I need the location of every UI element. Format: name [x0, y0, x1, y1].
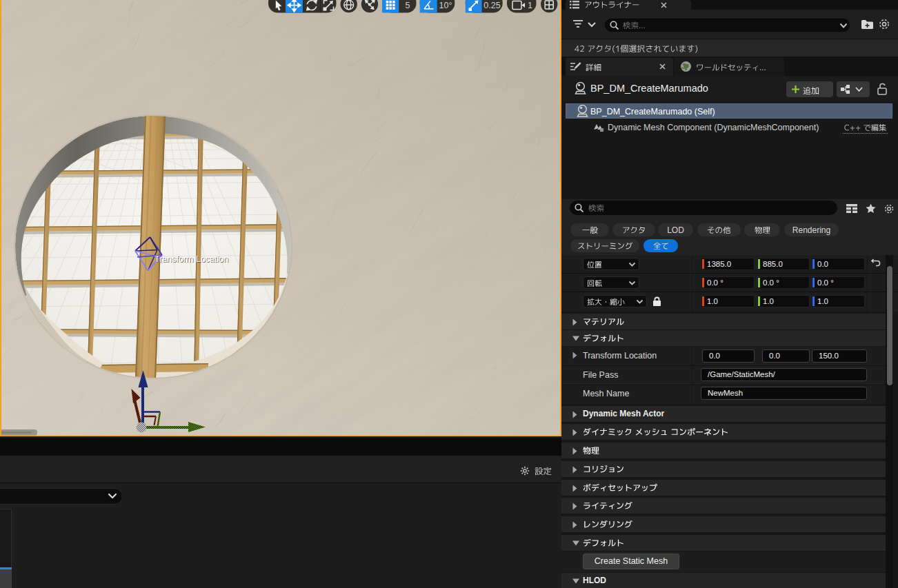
- svg-text:0.25: 0.25: [483, 1, 500, 10]
- svg-text:1: 1: [528, 1, 532, 10]
- svg-text:5: 5: [406, 1, 410, 10]
- svg-text:10°: 10°: [439, 1, 452, 10]
- svg-text:Transform Location: Transform Location: [154, 254, 228, 264]
